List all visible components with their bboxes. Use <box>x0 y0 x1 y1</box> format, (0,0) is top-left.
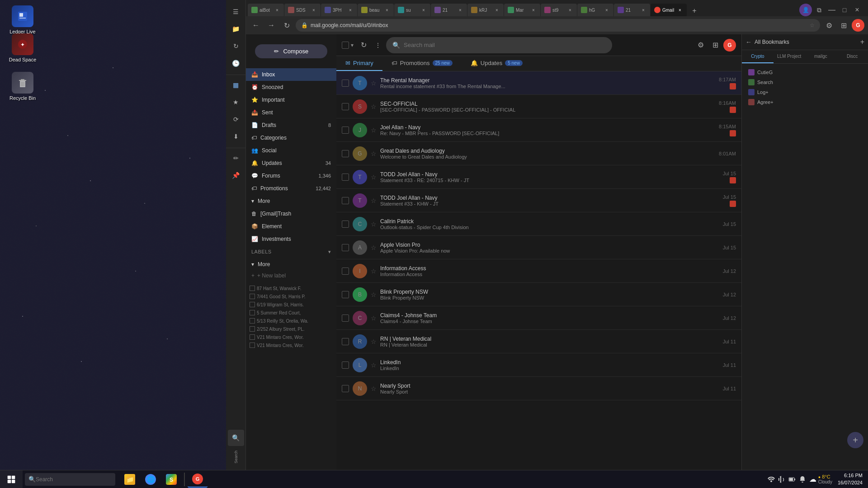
address-item-2[interactable]: 7/441 Good St, Harris P. <box>246 292 336 300</box>
email-checkbox-6[interactable] <box>342 197 349 204</box>
right-tab-llm[interactable]: LLM Project <box>774 50 805 63</box>
email-row-9[interactable]: I ☆ Information Access Information Acces… <box>336 259 741 283</box>
email-checkbox-2[interactable] <box>342 103 349 110</box>
sidebar-item-labels-more[interactable]: ▾ More <box>246 258 336 271</box>
email-row-12[interactable]: R ☆ RN | Veteran Medical RN | Veteran Me… <box>336 330 741 353</box>
tab-su[interactable]: su × <box>394 4 430 16</box>
bookmark-logplus[interactable]: Log+ <box>745 87 864 97</box>
settings-btn[interactable]: ⚙ <box>823 19 835 32</box>
email-star-14[interactable]: ☆ <box>371 385 377 392</box>
tab-close-krj[interactable]: × <box>494 7 500 13</box>
add-panel-btn[interactable]: + <box>847 432 863 448</box>
sidebar-item-promotions[interactable]: 🏷 Promotions 12,442 <box>246 182 336 195</box>
address-item-6[interactable]: 2/252 Albury Street, PL. <box>246 325 336 333</box>
taskbar-app-store[interactable]: S <box>161 471 181 488</box>
taskbar-search[interactable]: 🔍 <box>25 473 115 486</box>
email-row-7[interactable]: C ☆ Callrin Patrick Outlook-status - Spi… <box>336 212 741 236</box>
tab-3ph[interactable]: 3PH × <box>321 4 357 16</box>
search-sidebar-btn[interactable]: 🔍 <box>228 430 244 446</box>
email-star-13[interactable]: ☆ <box>371 361 377 369</box>
tab-promotions[interactable]: 🏷 Promotions 25 new <box>382 56 462 71</box>
sidebar-item-trash[interactable]: 🗑 [Gmail]Trash <box>246 207 336 220</box>
tab-21[interactable]: 21 × <box>431 4 467 16</box>
email-star-3[interactable]: ☆ <box>371 127 377 134</box>
search-label[interactable]: Search <box>234 447 238 467</box>
email-row-11[interactable]: C ☆ Claims4 - Johnse Team Claims4 - John… <box>336 306 741 330</box>
address-item-1[interactable]: 87 Hart St, Warwick F. <box>246 284 336 292</box>
forward-btn[interactable]: → <box>265 19 278 32</box>
address-item-7[interactable]: V21 Mintaro Cres, Wor. <box>246 333 336 341</box>
tab-close-mar[interactable]: × <box>530 7 537 13</box>
start-button[interactable] <box>0 470 23 488</box>
compose-btn[interactable]: ✏ Compose <box>255 44 327 58</box>
email-checkbox-4[interactable] <box>342 150 349 157</box>
sidebar-item-forums[interactable]: 💬 Forums 1,346 <box>246 169 336 182</box>
select-all-checkbox[interactable] <box>342 42 349 49</box>
refresh-emails-btn[interactable]: ↻ <box>357 39 370 52</box>
email-checkbox-7[interactable] <box>342 221 349 228</box>
profile-btn[interactable]: 👤 <box>799 4 812 16</box>
sidebar-item-important[interactable]: ⭐ Important <box>246 94 336 106</box>
weather-display[interactable]: ☁ ● 8°C Cloudy <box>809 474 832 484</box>
tool-select2[interactable]: ▦ <box>228 77 244 93</box>
email-star-6[interactable]: ☆ <box>371 197 377 204</box>
tab-close-beau[interactable]: × <box>384 7 390 13</box>
tab-hg[interactable]: hG × <box>577 4 613 16</box>
email-checkbox-3[interactable] <box>342 127 349 134</box>
tab-close-aibot[interactable]: × <box>274 7 280 13</box>
tray-network-icon[interactable] <box>767 475 776 484</box>
email-star-10[interactable]: ☆ <box>371 291 377 298</box>
refresh-btn[interactable]: ↻ <box>280 19 293 32</box>
sidebar-item-social[interactable]: 👥 Social <box>246 144 336 157</box>
email-row-3[interactable]: J ☆ Joel Allan - Navy Re: Navy - MBR Per… <box>336 118 741 142</box>
bookmark-search[interactable]: Search <box>745 77 864 87</box>
tab-close-3ph[interactable]: × <box>347 7 354 13</box>
email-checkbox-5[interactable] <box>342 174 349 181</box>
email-star-5[interactable]: ☆ <box>371 174 377 181</box>
email-row-10[interactable]: B ☆ Blink Property NSW Blink Property NS… <box>336 283 741 306</box>
email-star-12[interactable]: ☆ <box>371 338 377 345</box>
maximize-btn[interactable]: □ <box>839 5 850 15</box>
email-checkbox-13[interactable] <box>342 361 349 369</box>
tab-st9[interactable]: st9 × <box>541 4 577 16</box>
email-checkbox-10[interactable] <box>342 291 349 298</box>
email-checkbox-14[interactable] <box>342 385 349 392</box>
tab-krj[interactable]: kRJ × <box>467 4 504 16</box>
tab-close-gmail[interactable]: × <box>677 7 683 13</box>
right-tab-crypto[interactable]: Crypto <box>742 50 774 63</box>
tool-history[interactable]: 🕒 <box>228 55 244 71</box>
tab-gmail[interactable]: Gmail × <box>651 4 687 16</box>
tool-star[interactable]: ★ <box>228 94 244 110</box>
email-star-4[interactable]: ☆ <box>371 150 377 157</box>
email-star-9[interactable]: ☆ <box>371 267 377 275</box>
email-row-6[interactable]: T ☆ TODD Joel Allan - Navy Statement #33… <box>336 189 741 212</box>
gmail-search-bar[interactable]: 🔍 <box>386 37 612 53</box>
minimize-btn[interactable]: — <box>826 5 837 15</box>
bookmark-agreeplus[interactable]: Agree+ <box>745 97 864 107</box>
right-tab-discc[interactable]: Discc <box>836 50 868 63</box>
back-btn[interactable]: ← <box>250 19 262 32</box>
desktop-icon-dead-space[interactable]: ✦ Dead Space <box>2 32 43 64</box>
tab-close-hg[interactable]: × <box>604 7 610 13</box>
address-bar[interactable]: 🔒 mail.google.com/mail/u/0/#inbox ☆ <box>296 19 820 32</box>
email-star-8[interactable]: ☆ <box>371 244 377 251</box>
email-row-13[interactable]: L ☆ LinkedIn LinkedIn Jul 11 <box>336 353 741 377</box>
tab-close-21[interactable]: × <box>457 7 463 13</box>
more-actions-btn[interactable]: ⋮ <box>372 39 384 52</box>
email-checkbox-12[interactable] <box>342 338 349 345</box>
email-star-1[interactable]: ☆ <box>371 80 377 87</box>
address-item-4[interactable]: 5 Summer Red Court, <box>246 309 336 317</box>
email-row-14[interactable]: N ☆ Nearly Sport Nearly Sport Jul 11 <box>336 377 741 400</box>
tab-updates[interactable]: 🔔 Updates 5 new <box>462 56 532 71</box>
tab-primary[interactable]: ✉ Primary <box>336 56 382 71</box>
email-checkbox-8[interactable] <box>342 244 349 251</box>
taskbar-app-gmail-active[interactable]: G <box>188 471 208 488</box>
tab-mar[interactable]: Mar × <box>504 4 540 16</box>
tab-21b[interactable]: 21 × <box>614 4 650 16</box>
email-row-5[interactable]: T ☆ TODD Joel Allan - Navy Statement #33… <box>336 165 741 189</box>
email-row-2[interactable]: S ☆ SEC-OFFICIAL [SEC-OFFICIAL] - PASSWO… <box>336 95 741 118</box>
tab-aibot[interactable]: aiBot × <box>248 4 284 16</box>
bookmark-cutieg[interactable]: CutieG <box>745 67 864 77</box>
address-item-8[interactable]: V21 Mintaro Cres, Wor. <box>246 341 336 349</box>
new-tab-btn[interactable]: + <box>689 5 700 16</box>
